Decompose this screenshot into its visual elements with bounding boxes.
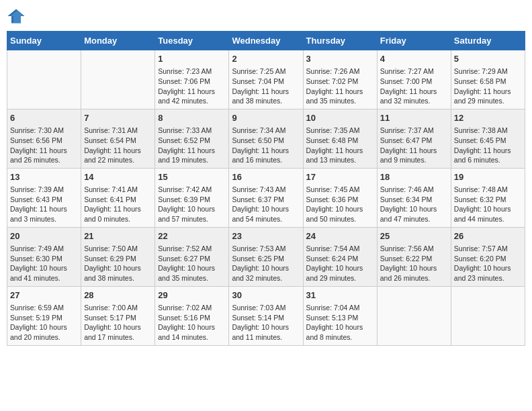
day-number: 17 <box>306 171 374 183</box>
cell-info: Sunrise: 7:25 AM Sunset: 7:04 PM Dayligh… <box>232 66 300 106</box>
day-number: 16 <box>232 171 300 183</box>
cell-info: Sunrise: 7:00 AM Sunset: 5:17 PM Dayligh… <box>84 303 152 342</box>
day-number: 23 <box>232 230 300 242</box>
cell-info: Sunrise: 7:33 AM Sunset: 6:52 PM Dayligh… <box>158 126 226 165</box>
day-number: 10 <box>306 112 374 124</box>
day-number: 29 <box>158 289 226 302</box>
day-number: 4 <box>380 53 448 65</box>
cell-info: Sunrise: 7:43 AM Sunset: 6:37 PM Dayligh… <box>232 185 300 224</box>
day-number: 19 <box>454 171 522 183</box>
day-number: 2 <box>232 53 300 65</box>
cell-w5-d5: 31Sunrise: 7:04 AM Sunset: 5:13 PM Dayli… <box>303 286 377 345</box>
cell-w5-d7 <box>451 286 525 345</box>
cell-w5-d6 <box>377 286 451 345</box>
cell-w5-d4: 30Sunrise: 7:03 AM Sunset: 5:14 PM Dayli… <box>229 286 303 345</box>
day-number: 31 <box>306 289 374 302</box>
cell-info: Sunrise: 7:46 AM Sunset: 6:34 PM Dayligh… <box>380 185 448 224</box>
cell-info: Sunrise: 6:59 AM Sunset: 5:19 PM Dayligh… <box>10 303 78 342</box>
cell-w2-d7: 12Sunrise: 7:38 AM Sunset: 6:45 PM Dayli… <box>451 109 525 168</box>
cell-info: Sunrise: 7:35 AM Sunset: 6:48 PM Dayligh… <box>306 126 374 165</box>
day-number: 27 <box>10 289 78 302</box>
week-row-4: 20Sunrise: 7:49 AM Sunset: 6:30 PM Dayli… <box>7 227 525 286</box>
cell-w4-d2: 21Sunrise: 7:50 AM Sunset: 6:29 PM Dayli… <box>81 227 155 286</box>
header-saturday: Saturday <box>451 32 525 50</box>
cell-info: Sunrise: 7:54 AM Sunset: 6:24 PM Dayligh… <box>306 244 374 283</box>
cell-info: Sunrise: 7:50 AM Sunset: 6:29 PM Dayligh… <box>84 244 152 283</box>
week-row-5: 27Sunrise: 6:59 AM Sunset: 5:19 PM Dayli… <box>7 286 525 345</box>
cell-info: Sunrise: 7:38 AM Sunset: 6:45 PM Dayligh… <box>454 126 522 165</box>
cell-info: Sunrise: 7:52 AM Sunset: 6:27 PM Dayligh… <box>158 244 226 283</box>
cell-w2-d1: 6Sunrise: 7:30 AM Sunset: 6:56 PM Daylig… <box>7 109 81 168</box>
header-friday: Friday <box>377 32 451 50</box>
day-number: 12 <box>454 112 522 124</box>
cell-info: Sunrise: 7:48 AM Sunset: 6:32 PM Dayligh… <box>454 185 522 224</box>
cell-w1-d7: 5Sunrise: 7:29 AM Sunset: 6:58 PM Daylig… <box>451 50 525 109</box>
header-tuesday: Tuesday <box>155 32 229 50</box>
cell-info: Sunrise: 7:04 AM Sunset: 5:13 PM Dayligh… <box>306 303 374 342</box>
cell-w2-d3: 8Sunrise: 7:33 AM Sunset: 6:52 PM Daylig… <box>155 109 229 168</box>
cell-info: Sunrise: 7:27 AM Sunset: 7:00 PM Dayligh… <box>380 66 448 106</box>
day-number: 28 <box>84 289 152 302</box>
day-number: 3 <box>306 53 374 65</box>
day-number: 5 <box>454 53 522 65</box>
header-thursday: Thursday <box>303 32 377 50</box>
cell-info: Sunrise: 7:30 AM Sunset: 6:56 PM Dayligh… <box>10 126 78 165</box>
day-number: 26 <box>454 230 522 242</box>
day-number: 11 <box>380 112 448 124</box>
cell-info: Sunrise: 7:57 AM Sunset: 6:20 PM Dayligh… <box>454 244 522 283</box>
cell-info: Sunrise: 7:56 AM Sunset: 6:22 PM Dayligh… <box>380 244 448 283</box>
cell-w1-d2 <box>81 50 155 109</box>
cell-w2-d2: 7Sunrise: 7:31 AM Sunset: 6:54 PM Daylig… <box>81 109 155 168</box>
header-wednesday: Wednesday <box>229 32 303 50</box>
day-number: 1 <box>158 53 226 65</box>
cell-w5-d3: 29Sunrise: 7:02 AM Sunset: 5:16 PM Dayli… <box>155 286 229 345</box>
cell-info: Sunrise: 7:26 AM Sunset: 7:02 PM Dayligh… <box>306 66 374 106</box>
calendar-body: 1Sunrise: 7:23 AM Sunset: 7:06 PM Daylig… <box>7 50 525 346</box>
day-number: 21 <box>84 230 152 242</box>
cell-w2-d6: 11Sunrise: 7:37 AM Sunset: 6:47 PM Dayli… <box>377 109 451 168</box>
cell-w1-d3: 1Sunrise: 7:23 AM Sunset: 7:06 PM Daylig… <box>155 50 229 109</box>
cell-info: Sunrise: 7:23 AM Sunset: 7:06 PM Dayligh… <box>158 66 226 106</box>
week-row-1: 1Sunrise: 7:23 AM Sunset: 7:06 PM Daylig… <box>7 50 525 109</box>
week-row-3: 13Sunrise: 7:39 AM Sunset: 6:43 PM Dayli… <box>7 168 525 227</box>
day-number: 8 <box>158 112 226 124</box>
calendar-table: SundayMondayTuesdayWednesdayThursdayFrid… <box>7 31 525 346</box>
header-monday: Monday <box>81 32 155 50</box>
cell-w4-d1: 20Sunrise: 7:49 AM Sunset: 6:30 PM Dayli… <box>7 227 81 286</box>
day-number: 25 <box>380 230 448 242</box>
cell-info: Sunrise: 7:34 AM Sunset: 6:50 PM Dayligh… <box>232 126 300 165</box>
day-number: 30 <box>232 289 300 302</box>
cell-info: Sunrise: 7:53 AM Sunset: 6:25 PM Dayligh… <box>232 244 300 283</box>
day-number: 24 <box>306 230 374 242</box>
cell-info: Sunrise: 7:49 AM Sunset: 6:30 PM Dayligh… <box>10 244 78 283</box>
cell-w4-d6: 25Sunrise: 7:56 AM Sunset: 6:22 PM Dayli… <box>377 227 451 286</box>
cell-w3-d4: 16Sunrise: 7:43 AM Sunset: 6:37 PM Dayli… <box>229 168 303 227</box>
cell-w4-d4: 23Sunrise: 7:53 AM Sunset: 6:25 PM Dayli… <box>229 227 303 286</box>
cell-w1-d4: 2Sunrise: 7:25 AM Sunset: 7:04 PM Daylig… <box>229 50 303 109</box>
cell-w1-d5: 3Sunrise: 7:26 AM Sunset: 7:02 PM Daylig… <box>303 50 377 109</box>
cell-info: Sunrise: 7:02 AM Sunset: 5:16 PM Dayligh… <box>158 303 226 342</box>
cell-w4-d5: 24Sunrise: 7:54 AM Sunset: 6:24 PM Dayli… <box>303 227 377 286</box>
header-row: SundayMondayTuesdayWednesdayThursdayFrid… <box>7 32 525 50</box>
logo <box>7 7 28 26</box>
cell-w5-d1: 27Sunrise: 6:59 AM Sunset: 5:19 PM Dayli… <box>7 286 81 345</box>
cell-info: Sunrise: 7:37 AM Sunset: 6:47 PM Dayligh… <box>380 126 448 165</box>
day-number: 22 <box>158 230 226 242</box>
cell-info: Sunrise: 7:39 AM Sunset: 6:43 PM Dayligh… <box>10 185 78 224</box>
logo-icon <box>7 7 26 26</box>
cell-info: Sunrise: 7:29 AM Sunset: 6:58 PM Dayligh… <box>454 66 522 106</box>
day-number: 13 <box>10 171 78 183</box>
cell-w4-d7: 26Sunrise: 7:57 AM Sunset: 6:20 PM Dayli… <box>451 227 525 286</box>
cell-w4-d3: 22Sunrise: 7:52 AM Sunset: 6:27 PM Dayli… <box>155 227 229 286</box>
day-number: 18 <box>380 171 448 183</box>
cell-info: Sunrise: 7:31 AM Sunset: 6:54 PM Dayligh… <box>84 126 152 165</box>
day-number: 9 <box>232 112 300 124</box>
cell-w3-d6: 18Sunrise: 7:46 AM Sunset: 6:34 PM Dayli… <box>377 168 451 227</box>
cell-w3-d7: 19Sunrise: 7:48 AM Sunset: 6:32 PM Dayli… <box>451 168 525 227</box>
day-number: 15 <box>158 171 226 183</box>
cell-w3-d5: 17Sunrise: 7:45 AM Sunset: 6:36 PM Dayli… <box>303 168 377 227</box>
header-sunday: Sunday <box>7 32 81 50</box>
cell-w2-d5: 10Sunrise: 7:35 AM Sunset: 6:48 PM Dayli… <box>303 109 377 168</box>
day-number: 14 <box>84 171 152 183</box>
cell-w5-d2: 28Sunrise: 7:00 AM Sunset: 5:17 PM Dayli… <box>81 286 155 345</box>
